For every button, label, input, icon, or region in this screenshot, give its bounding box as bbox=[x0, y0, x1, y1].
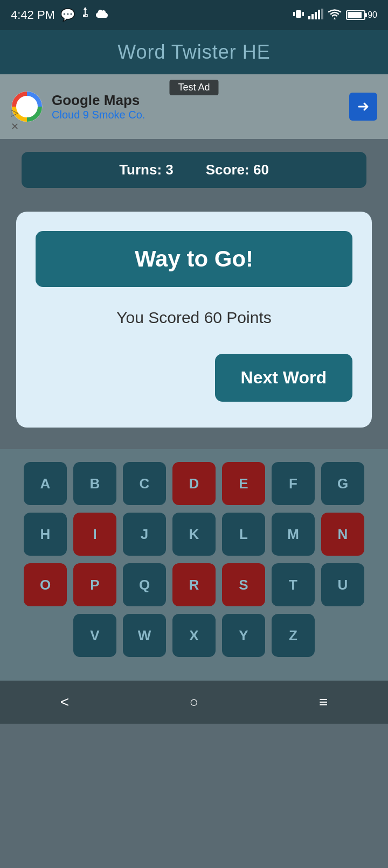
svg-rect-7 bbox=[311, 14, 314, 19]
key-label-u: U bbox=[338, 577, 348, 593]
next-word-label: Next Word bbox=[241, 368, 327, 387]
modal-title-banner: Way to Go! bbox=[36, 231, 352, 287]
svg-rect-2 bbox=[85, 15, 87, 17]
key-label-z: Z bbox=[289, 627, 297, 644]
svg-rect-3 bbox=[296, 10, 301, 18]
ad-controls[interactable]: ▷ ✕ bbox=[11, 107, 19, 132]
key-label-v: V bbox=[90, 627, 99, 644]
key-o[interactable]: O bbox=[24, 563, 67, 606]
modal-overlay: Way to Go! You Scored 60 Points Next Wor… bbox=[0, 201, 388, 449]
score-stat: Score: 60 bbox=[206, 162, 269, 178]
whatsapp-icon: 💬 bbox=[60, 8, 75, 22]
cloud-icon bbox=[95, 8, 109, 22]
key-t[interactable]: T bbox=[272, 563, 315, 606]
key-u[interactable]: U bbox=[321, 563, 364, 606]
status-time: 4:42 PM 💬 bbox=[11, 7, 109, 23]
key-label-h: H bbox=[40, 526, 51, 543]
ad-subtitle: Cloud 9 Smoke Co. bbox=[52, 109, 349, 121]
turns-value: 3 bbox=[165, 162, 173, 178]
key-d[interactable]: D bbox=[172, 462, 216, 505]
key-j[interactable]: J bbox=[123, 513, 166, 556]
keyboard: ABCDEFGHIJKLMNOPQRSTUVWXYZ bbox=[0, 449, 388, 681]
key-p[interactable]: P bbox=[73, 563, 116, 606]
key-label-k: K bbox=[189, 526, 199, 543]
stats-container: Turns: 3 Score: 60 bbox=[0, 139, 388, 201]
nav-home-button[interactable]: ○ bbox=[174, 688, 215, 716]
key-h[interactable]: H bbox=[24, 513, 67, 556]
app-header: Word Twister HE bbox=[0, 30, 388, 74]
turns-label: Turns: bbox=[119, 162, 162, 178]
key-label-s: S bbox=[239, 577, 248, 593]
key-l[interactable]: L bbox=[222, 513, 265, 556]
status-icons: 90 bbox=[293, 8, 377, 23]
nav-menu-button[interactable]: ≡ bbox=[303, 688, 344, 716]
nav-bar: < ○ ≡ bbox=[0, 681, 388, 724]
key-r[interactable]: R bbox=[172, 563, 216, 606]
key-label-g: G bbox=[337, 475, 348, 492]
svg-point-12 bbox=[22, 101, 32, 112]
key-y[interactable]: Y bbox=[222, 614, 265, 657]
key-label-y: Y bbox=[239, 627, 248, 644]
key-label-a: A bbox=[40, 475, 51, 492]
ad-banner[interactable]: Test Ad Google Maps Cloud 9 Smoke Co. ▷ … bbox=[0, 74, 388, 139]
key-c[interactable]: C bbox=[123, 462, 166, 505]
ad-text: Google Maps Cloud 9 Smoke Co. bbox=[52, 92, 349, 121]
keyboard-row-3: VWXYZ bbox=[9, 614, 379, 657]
key-k[interactable]: K bbox=[172, 513, 216, 556]
svg-rect-9 bbox=[318, 10, 320, 19]
key-label-c: C bbox=[140, 475, 150, 492]
modal-score-text: You Scored 60 Points bbox=[36, 309, 352, 327]
ad-close-icon[interactable]: ✕ bbox=[11, 121, 19, 132]
usb-icon bbox=[80, 7, 90, 23]
key-b[interactable]: B bbox=[73, 462, 116, 505]
key-v[interactable]: V bbox=[73, 614, 116, 657]
key-label-x: X bbox=[189, 627, 198, 644]
key-label-r: R bbox=[189, 577, 199, 593]
key-label-d: D bbox=[189, 475, 199, 492]
key-label-p: P bbox=[90, 577, 99, 593]
svg-rect-4 bbox=[293, 12, 295, 16]
key-s[interactable]: S bbox=[222, 563, 265, 606]
svg-rect-10 bbox=[321, 9, 323, 19]
key-label-o: O bbox=[40, 577, 51, 593]
key-a[interactable]: A bbox=[24, 462, 67, 505]
key-label-q: Q bbox=[139, 577, 150, 593]
key-e[interactable]: E bbox=[222, 462, 265, 505]
score-value: 60 bbox=[253, 162, 269, 178]
svg-rect-5 bbox=[302, 12, 304, 16]
key-i[interactable]: I bbox=[73, 513, 116, 556]
modal-title-text: Way to Go! bbox=[135, 246, 253, 271]
wifi-icon bbox=[328, 9, 342, 22]
keyboard-row-0: ABCDEFG bbox=[9, 462, 379, 505]
key-label-j: J bbox=[141, 526, 148, 543]
stats-bar: Turns: 3 Score: 60 bbox=[22, 152, 366, 188]
key-label-t: T bbox=[289, 577, 297, 593]
nav-back-button[interactable]: < bbox=[44, 688, 85, 716]
key-label-f: F bbox=[289, 475, 297, 492]
ad-play-icon[interactable]: ▷ bbox=[11, 107, 19, 118]
ad-arrow-icon[interactable] bbox=[349, 93, 377, 121]
key-q[interactable]: Q bbox=[123, 563, 166, 606]
key-n[interactable]: N bbox=[321, 513, 364, 556]
time-label: 4:42 PM bbox=[11, 8, 55, 22]
key-x[interactable]: X bbox=[172, 614, 216, 657]
key-label-n: N bbox=[338, 526, 348, 543]
key-label-m: M bbox=[287, 526, 299, 543]
battery-indicator: 90 bbox=[346, 10, 377, 20]
modal-actions: Next Word bbox=[36, 354, 352, 402]
key-m[interactable]: M bbox=[272, 513, 315, 556]
score-label: Score: bbox=[206, 162, 250, 178]
vibrate-icon bbox=[293, 8, 304, 23]
keyboard-row-2: OPQRSTU bbox=[9, 563, 379, 606]
next-word-button[interactable]: Next Word bbox=[215, 354, 352, 402]
key-label-w: W bbox=[138, 627, 151, 644]
key-f[interactable]: F bbox=[272, 462, 315, 505]
status-bar: 4:42 PM 💬 bbox=[0, 0, 388, 30]
key-g[interactable]: G bbox=[321, 462, 364, 505]
key-w[interactable]: W bbox=[123, 614, 166, 657]
key-z[interactable]: Z bbox=[272, 614, 315, 657]
key-label-b: B bbox=[90, 475, 100, 492]
modal-card: Way to Go! You Scored 60 Points Next Wor… bbox=[16, 212, 372, 428]
key-label-l: L bbox=[239, 526, 248, 543]
signal-icon bbox=[308, 9, 323, 22]
